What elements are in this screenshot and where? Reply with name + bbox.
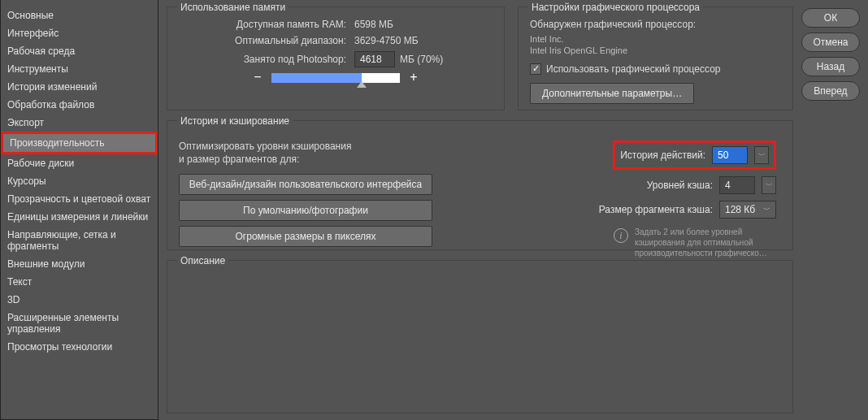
cache-levels-input[interactable] — [719, 176, 755, 194]
memory-group-title: Использование памяти — [177, 2, 289, 13]
memory-increase-button[interactable]: + — [408, 72, 419, 84]
sidebar-item-plugins[interactable]: Внешние модули — [1, 255, 158, 273]
use-gpu-label: Использовать графический процессор — [546, 63, 721, 75]
top-row: Использование памяти Доступная память RA… — [167, 6, 793, 110]
description-title: Описание — [177, 255, 228, 266]
gpu-detected-label: Обнаружен графический процессор: — [530, 19, 781, 30]
history-states-stepper[interactable]: ﹀ — [754, 146, 769, 164]
optimize-label: Оптимизировать уровни кэширования и разм… — [179, 141, 455, 166]
history-left-col: Оптимизировать уровни кэширования и разм… — [179, 141, 455, 258]
preset-huge-pixels-button[interactable]: Огромные размеры в пикселях — [179, 226, 432, 247]
cache-note-row: i Задать 2 или более уровней кэширования… — [614, 227, 776, 258]
use-gpu-checkbox[interactable]: ✓ — [530, 63, 541, 75]
gpu-group: Настройки графического процессора Обнару… — [518, 6, 793, 110]
cache-levels-row: Уровней кэша: ﹀ — [647, 176, 776, 194]
available-ram-value: 6598 МБ — [354, 19, 393, 30]
sidebar-item-workspace[interactable]: Рабочая среда — [1, 42, 158, 60]
history-cache-title: История и кэширование — [177, 115, 293, 127]
chevron-down-icon: ﹀ — [763, 205, 770, 215]
memory-slider-thumb[interactable] — [357, 81, 367, 88]
tile-size-label: Размер фрагмента кэша: — [599, 204, 713, 215]
tile-size-select[interactable]: 128 Кб ﹀ — [719, 201, 776, 219]
history-states-label: История действий: — [620, 149, 705, 161]
forward-button[interactable]: Вперед — [801, 81, 860, 101]
available-ram-label: Доступная память RAM: — [182, 19, 354, 30]
dialog-buttons: ОК Отмена Назад Вперед — [801, 6, 860, 414]
cache-note-text: Задать 2 или более уровней кэширования д… — [635, 227, 776, 258]
memory-group: Использование памяти Доступная память RA… — [167, 6, 505, 110]
sidebar-item-file-handling[interactable]: Обработка файлов — [1, 96, 158, 114]
sidebar-item-tech-previews[interactable]: Просмотры технологии — [1, 338, 158, 356]
memory-slider[interactable] — [271, 73, 400, 83]
ok-button[interactable]: ОК — [801, 8, 860, 28]
ideal-range-label: Оптимальный диапазон: — [182, 35, 354, 46]
history-states-input[interactable] — [712, 146, 748, 164]
gpu-group-title: Настройки графического процессора — [528, 2, 703, 13]
sidebar-item-general[interactable]: Основные — [1, 6, 158, 24]
sidebar-item-transparency[interactable]: Прозрачность и цветовой охват — [1, 190, 158, 208]
sidebar-item-enhanced-controls[interactable]: Расширенные элементы управления — [1, 309, 158, 338]
back-button[interactable]: Назад — [801, 57, 860, 76]
gpu-vendor: Intel Inc. — [530, 33, 781, 45]
sidebar-item-cursors[interactable]: Курсоры — [1, 172, 158, 190]
ideal-range-value: 3629-4750 МБ — [354, 35, 419, 46]
tile-size-value: 128 Кб — [725, 204, 755, 215]
preferences-sidebar: Основные Интерфейс Рабочая среда Инструм… — [0, 0, 158, 420]
preferences-content: Использование памяти Доступная память RA… — [158, 0, 868, 420]
sidebar-item-guides[interactable]: Направляющие, сетка и фрагменты — [1, 226, 158, 255]
sidebar-item-units[interactable]: Единицы измерения и линейки — [1, 208, 158, 226]
history-states-row: История действий: ﹀ — [613, 141, 776, 170]
gpu-engine: Intel Iris OpenGL Engine — [530, 45, 781, 56]
cancel-button[interactable]: Отмена — [801, 32, 860, 52]
preset-default-photos-button[interactable]: По умолчанию/фотографии — [179, 200, 432, 221]
gpu-advanced-button[interactable]: Дополнительные параметры… — [530, 83, 694, 104]
sidebar-item-history-log[interactable]: История изменений — [1, 78, 158, 96]
memory-slider-fill — [271, 73, 362, 83]
gpu-info: Intel Inc. Intel Iris OpenGL Engine — [530, 33, 781, 57]
info-icon: i — [614, 228, 628, 243]
used-by-ps-suffix: МБ (70%) — [400, 54, 443, 65]
used-by-ps-input[interactable] — [354, 51, 395, 67]
sidebar-item-performance[interactable]: Производительность — [1, 132, 158, 154]
cache-levels-label: Уровней кэша: — [647, 180, 713, 191]
sidebar-item-type[interactable]: Текст — [1, 273, 158, 291]
sidebar-item-3d[interactable]: 3D — [1, 291, 158, 309]
sidebar-item-export[interactable]: Экспорт — [1, 114, 158, 132]
history-cache-group: История и кэширование Оптимизировать уро… — [167, 120, 793, 250]
description-group: Описание — [167, 260, 793, 414]
preset-web-ui-button[interactable]: Веб-дизайн/дизайн пользовательского инте… — [179, 174, 432, 195]
sidebar-item-scratch-disks[interactable]: Рабочие диски — [1, 154, 158, 172]
sidebar-item-tools[interactable]: Инструменты — [1, 60, 158, 78]
tile-size-row: Размер фрагмента кэша: 128 Кб ﹀ — [599, 201, 776, 219]
used-by-ps-label: Занято под Photoshop: — [182, 54, 354, 65]
main-panel: Использование памяти Доступная память RA… — [167, 6, 793, 414]
history-right-col: История действий: ﹀ Уровней кэша: ﹀ Разм… — [480, 141, 781, 258]
sidebar-item-interface[interactable]: Интерфейс — [1, 24, 158, 42]
memory-decrease-button[interactable]: − — [252, 72, 263, 84]
cache-levels-stepper[interactable]: ﹀ — [762, 176, 776, 194]
